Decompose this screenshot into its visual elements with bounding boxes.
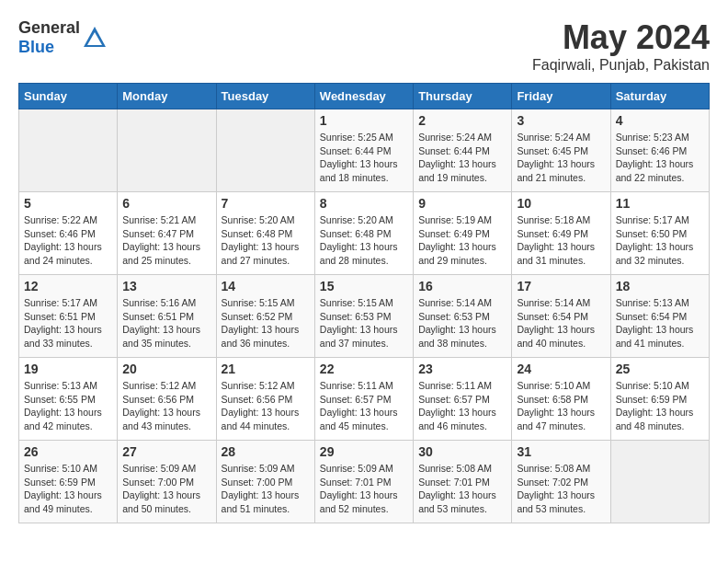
days-header-row: SundayMondayTuesdayWednesdayThursdayFrid… bbox=[19, 84, 710, 109]
cell-content: Sunrise: 5:15 AM Sunset: 6:53 PM Dayligh… bbox=[320, 296, 408, 350]
day-number: 11 bbox=[616, 196, 704, 211]
day-header-monday: Monday bbox=[118, 84, 216, 109]
day-number: 9 bbox=[418, 196, 506, 211]
cell-content: Sunrise: 5:11 AM Sunset: 6:57 PM Dayligh… bbox=[418, 379, 506, 433]
calendar-cell: 21Sunrise: 5:12 AM Sunset: 6:56 PM Dayli… bbox=[216, 358, 314, 441]
day-number: 6 bbox=[122, 196, 210, 211]
logo: General Blue bbox=[18, 18, 108, 57]
day-number: 15 bbox=[320, 279, 408, 293]
day-number: 19 bbox=[24, 362, 112, 376]
day-number: 24 bbox=[517, 362, 605, 376]
calendar-cell: 15Sunrise: 5:15 AM Sunset: 6:53 PM Dayli… bbox=[314, 275, 413, 358]
calendar-cell: 22Sunrise: 5:11 AM Sunset: 6:57 PM Dayli… bbox=[314, 358, 413, 441]
cell-content: Sunrise: 5:14 AM Sunset: 6:53 PM Dayligh… bbox=[418, 296, 506, 350]
calendar-cell: 13Sunrise: 5:16 AM Sunset: 6:51 PM Dayli… bbox=[118, 275, 216, 358]
calendar-cell: 23Sunrise: 5:11 AM Sunset: 6:57 PM Dayli… bbox=[414, 358, 512, 441]
cell-content: Sunrise: 5:16 AM Sunset: 6:51 PM Dayligh… bbox=[122, 296, 210, 350]
cell-content: Sunrise: 5:13 AM Sunset: 6:54 PM Dayligh… bbox=[616, 296, 704, 350]
day-number: 7 bbox=[222, 196, 310, 211]
cell-content: Sunrise: 5:25 AM Sunset: 6:44 PM Dayligh… bbox=[320, 131, 408, 185]
day-number: 21 bbox=[222, 362, 310, 376]
cell-content: Sunrise: 5:19 AM Sunset: 6:49 PM Dayligh… bbox=[418, 213, 506, 268]
cell-content: Sunrise: 5:10 AM Sunset: 6:59 PM Dayligh… bbox=[24, 462, 112, 516]
cell-content: Sunrise: 5:20 AM Sunset: 6:48 PM Dayligh… bbox=[320, 213, 408, 268]
page-header: General Blue May 2024 Faqirwali, Punjab,… bbox=[18, 18, 710, 74]
day-number: 31 bbox=[517, 444, 605, 459]
day-number: 4 bbox=[616, 113, 704, 128]
cell-content: Sunrise: 5:08 AM Sunset: 7:02 PM Dayligh… bbox=[517, 462, 605, 516]
day-header-thursday: Thursday bbox=[414, 84, 512, 109]
day-number: 25 bbox=[616, 362, 704, 376]
cell-content: Sunrise: 5:10 AM Sunset: 6:59 PM Dayligh… bbox=[616, 379, 704, 433]
logo-icon bbox=[82, 25, 108, 51]
day-number: 29 bbox=[320, 444, 408, 459]
logo-blue: Blue bbox=[18, 38, 54, 56]
calendar-table: SundayMondayTuesdayWednesdayThursdayFrid… bbox=[18, 83, 710, 523]
day-number: 26 bbox=[24, 444, 112, 459]
logo-text: General Blue bbox=[18, 18, 80, 57]
cell-content: Sunrise: 5:17 AM Sunset: 6:51 PM Dayligh… bbox=[24, 296, 112, 350]
week-row-1: 1Sunrise: 5:25 AM Sunset: 6:44 PM Daylig… bbox=[19, 109, 710, 192]
calendar-cell: 27Sunrise: 5:09 AM Sunset: 7:00 PM Dayli… bbox=[118, 441, 216, 523]
day-number: 23 bbox=[418, 362, 506, 376]
title-area: May 2024 Faqirwali, Punjab, Pakistan bbox=[532, 18, 710, 74]
calendar-cell: 16Sunrise: 5:14 AM Sunset: 6:53 PM Dayli… bbox=[414, 275, 512, 358]
cell-content: Sunrise: 5:24 AM Sunset: 6:44 PM Dayligh… bbox=[418, 131, 506, 185]
day-number: 8 bbox=[320, 196, 408, 211]
day-header-sunday: Sunday bbox=[19, 84, 118, 109]
day-number: 14 bbox=[222, 279, 310, 293]
day-number: 30 bbox=[418, 444, 506, 459]
cell-content: Sunrise: 5:11 AM Sunset: 6:57 PM Dayligh… bbox=[320, 379, 408, 433]
day-header-friday: Friday bbox=[512, 84, 610, 109]
week-row-2: 5Sunrise: 5:22 AM Sunset: 6:46 PM Daylig… bbox=[19, 192, 710, 275]
calendar-cell bbox=[118, 109, 216, 192]
cell-content: Sunrise: 5:15 AM Sunset: 6:52 PM Dayligh… bbox=[222, 296, 310, 350]
calendar-cell: 11Sunrise: 5:17 AM Sunset: 6:50 PM Dayli… bbox=[610, 192, 709, 275]
calendar-cell bbox=[216, 109, 314, 192]
cell-content: Sunrise: 5:10 AM Sunset: 6:58 PM Dayligh… bbox=[517, 379, 605, 433]
cell-content: Sunrise: 5:12 AM Sunset: 6:56 PM Dayligh… bbox=[222, 379, 310, 433]
location-title: Faqirwali, Punjab, Pakistan bbox=[532, 57, 710, 74]
calendar-cell: 19Sunrise: 5:13 AM Sunset: 6:55 PM Dayli… bbox=[19, 358, 118, 441]
cell-content: Sunrise: 5:18 AM Sunset: 6:49 PM Dayligh… bbox=[517, 213, 605, 268]
calendar-cell: 25Sunrise: 5:10 AM Sunset: 6:59 PM Dayli… bbox=[610, 358, 709, 441]
calendar-cell: 31Sunrise: 5:08 AM Sunset: 7:02 PM Dayli… bbox=[512, 441, 610, 523]
day-number: 1 bbox=[320, 113, 408, 128]
day-number: 17 bbox=[517, 279, 605, 293]
cell-content: Sunrise: 5:08 AM Sunset: 7:01 PM Dayligh… bbox=[418, 462, 506, 516]
month-title: May 2024 bbox=[532, 18, 710, 57]
cell-content: Sunrise: 5:23 AM Sunset: 6:46 PM Dayligh… bbox=[616, 131, 704, 185]
calendar-cell: 1Sunrise: 5:25 AM Sunset: 6:44 PM Daylig… bbox=[314, 109, 413, 192]
calendar-cell: 24Sunrise: 5:10 AM Sunset: 6:58 PM Dayli… bbox=[512, 358, 610, 441]
week-row-4: 19Sunrise: 5:13 AM Sunset: 6:55 PM Dayli… bbox=[19, 358, 710, 441]
week-row-3: 12Sunrise: 5:17 AM Sunset: 6:51 PM Dayli… bbox=[19, 275, 710, 358]
cell-content: Sunrise: 5:17 AM Sunset: 6:50 PM Dayligh… bbox=[616, 213, 704, 268]
day-number: 10 bbox=[517, 196, 605, 211]
cell-content: Sunrise: 5:14 AM Sunset: 6:54 PM Dayligh… bbox=[517, 296, 605, 350]
calendar-cell: 9Sunrise: 5:19 AM Sunset: 6:49 PM Daylig… bbox=[414, 192, 512, 275]
calendar-cell: 30Sunrise: 5:08 AM Sunset: 7:01 PM Dayli… bbox=[414, 441, 512, 523]
calendar-cell: 18Sunrise: 5:13 AM Sunset: 6:54 PM Dayli… bbox=[610, 275, 709, 358]
logo-general: General bbox=[18, 18, 80, 37]
calendar-cell: 2Sunrise: 5:24 AM Sunset: 6:44 PM Daylig… bbox=[414, 109, 512, 192]
day-number: 2 bbox=[418, 113, 506, 128]
calendar-cell bbox=[610, 441, 709, 523]
calendar-cell: 5Sunrise: 5:22 AM Sunset: 6:46 PM Daylig… bbox=[19, 192, 118, 275]
calendar-cell: 4Sunrise: 5:23 AM Sunset: 6:46 PM Daylig… bbox=[610, 109, 709, 192]
calendar-cell: 28Sunrise: 5:09 AM Sunset: 7:00 PM Dayli… bbox=[216, 441, 314, 523]
day-header-saturday: Saturday bbox=[610, 84, 709, 109]
day-header-wednesday: Wednesday bbox=[314, 84, 413, 109]
day-number: 20 bbox=[122, 362, 210, 376]
calendar-cell bbox=[19, 109, 118, 192]
cell-content: Sunrise: 5:22 AM Sunset: 6:46 PM Dayligh… bbox=[24, 213, 112, 268]
cell-content: Sunrise: 5:12 AM Sunset: 6:56 PM Dayligh… bbox=[122, 379, 210, 433]
day-number: 12 bbox=[24, 279, 112, 293]
day-number: 28 bbox=[222, 444, 310, 459]
day-number: 18 bbox=[616, 279, 704, 293]
day-number: 16 bbox=[418, 279, 506, 293]
calendar-cell: 10Sunrise: 5:18 AM Sunset: 6:49 PM Dayli… bbox=[512, 192, 610, 275]
day-number: 3 bbox=[517, 113, 605, 128]
calendar-cell: 3Sunrise: 5:24 AM Sunset: 6:45 PM Daylig… bbox=[512, 109, 610, 192]
calendar-cell: 26Sunrise: 5:10 AM Sunset: 6:59 PM Dayli… bbox=[19, 441, 118, 523]
calendar-cell: 29Sunrise: 5:09 AM Sunset: 7:01 PM Dayli… bbox=[314, 441, 413, 523]
